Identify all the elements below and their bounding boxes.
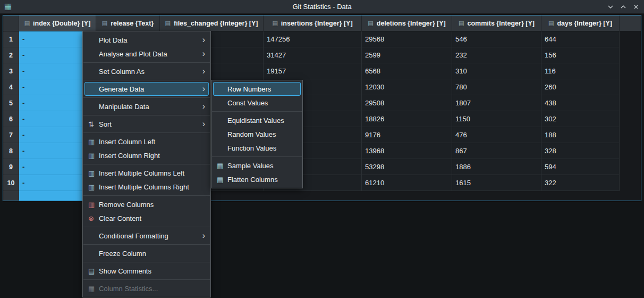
flatten-columns-icon: ▤ — [217, 176, 227, 183]
menu-item-show-comments[interactable]: ▤Show Comments — [84, 264, 209, 278]
cell-days-row4[interactable]: 260 — [541, 79, 620, 95]
menu-item-freeze-column[interactable]: Freeze Column — [84, 246, 209, 260]
menu-item-insert-multiple-columns-left[interactable]: ▥Insert Multiple Columns Left — [84, 166, 209, 180]
cell-insertions-row3[interactable]: 19157 — [264, 63, 362, 79]
row-header-7[interactable]: 7 — [3, 127, 19, 143]
menu-item-analyse-and-plot-data[interactable]: Analyse and Plot Data› — [84, 47, 209, 61]
menu-item-random-values[interactable]: Random Values — [213, 127, 301, 141]
cell-deletions-row9[interactable]: 53298 — [362, 159, 452, 175]
column-header-index[interactable]: ▤index {Double} [Y] — [19, 15, 96, 31]
menu-item-label: Sample Values — [227, 162, 297, 170]
menu-item-insert-column-right[interactable]: ▥Insert Column Right — [84, 148, 209, 162]
app-icon: ▦ — [4, 3, 12, 11]
row-header-2[interactable]: 2 — [3, 47, 19, 63]
column-header-insertions[interactable]: ▤insertions {Integer} [Y] — [264, 15, 362, 31]
menu-item-generate-data[interactable]: Generate Data› — [84, 82, 209, 96]
show-comments-icon: ▤ — [88, 268, 99, 275]
menu-item-label: Conditional Formatting — [99, 232, 198, 240]
cell-days-row9[interactable]: 594 — [541, 159, 620, 175]
menu-item-insert-multiple-columns-right[interactable]: ▥Insert Multiple Columns Right — [84, 180, 209, 194]
row-header-5[interactable]: 5 — [3, 95, 19, 111]
menu-separator — [83, 279, 210, 280]
row-header-6[interactable]: 6 — [3, 111, 19, 127]
menu-item-sample-values[interactable]: ▦Sample Values — [213, 159, 301, 172]
menu-item-insert-column-left[interactable]: ▥Insert Column Left — [84, 135, 209, 148]
viewport-filler — [620, 79, 641, 95]
submenu-arrow-icon: › — [202, 67, 205, 76]
row-header-3[interactable]: 3 — [3, 63, 19, 79]
row-header-10[interactable]: 10 — [3, 175, 19, 191]
cell-commits-row5[interactable]: 1807 — [452, 95, 541, 111]
menu-item-clear-content[interactable]: ⊗Clear Content — [84, 211, 209, 225]
cell-insertions-row2[interactable]: 31427 — [264, 47, 362, 63]
cell-deletions-row8[interactable]: 13968 — [362, 143, 452, 159]
viewport-filler — [620, 175, 641, 191]
sort-icon: ⇅ — [88, 121, 99, 128]
cell-days-row7[interactable]: 188 — [541, 127, 620, 143]
cell-days-row6[interactable]: 302 — [541, 111, 620, 127]
column-header-days[interactable]: ▤days {Integer} [Y] — [541, 15, 620, 31]
cell-commits-row4[interactable]: 780 — [452, 79, 541, 95]
menu-item-label: Set Column As — [99, 68, 198, 76]
cell-days-row5[interactable]: 438 — [541, 95, 620, 111]
menu-item-flatten-columns[interactable]: ▤Flatten Columns — [213, 172, 301, 186]
cell-deletions-row7[interactable]: 9176 — [362, 127, 452, 143]
column-header-commits[interactable]: ▤commits {Integer} [Y] — [452, 15, 541, 31]
cell-commits-row1[interactable]: 546 — [452, 31, 541, 47]
menu-item-remove-columns[interactable]: ▥Remove Columns — [84, 197, 209, 211]
column-header-files_changed[interactable]: ▤files_changed {Integer} [Y] — [160, 15, 264, 31]
menu-item-manipulate-data[interactable]: Manipulate Data› — [84, 100, 209, 113]
viewport-filler — [620, 111, 641, 127]
minimize-button[interactable] — [606, 3, 614, 11]
cell-deletions-row10[interactable]: 61210 — [362, 175, 452, 191]
cell-days-row1[interactable]: 644 — [541, 31, 620, 47]
column-header-label: commits {Integer} [Y] — [467, 20, 534, 27]
column-header-release[interactable]: ▤release {Text} — [96, 15, 160, 31]
submenu-arrow-icon: › — [202, 231, 205, 240]
window-controls — [606, 0, 640, 14]
clear-content-icon: ⊗ — [88, 215, 99, 222]
generate-data-submenu: Row NumbersConst ValuesEquidistant Value… — [211, 80, 303, 188]
column-header-label: release {Text} — [111, 20, 154, 27]
insert-multiple-columns-left-icon: ▥ — [88, 170, 99, 177]
cell-commits-row7[interactable]: 476 — [452, 127, 541, 143]
select-all-corner-button[interactable] — [3, 15, 19, 31]
row-header-9[interactable]: 9 — [3, 159, 19, 175]
cell-commits-row10[interactable]: 1615 — [452, 175, 541, 191]
cell-commits-row3[interactable]: 310 — [452, 63, 541, 79]
cell-days-row3[interactable]: 116 — [541, 63, 620, 79]
cell-commits-row9[interactable]: 1886 — [452, 159, 541, 175]
cell-days-row10[interactable]: 322 — [541, 175, 620, 191]
close-button[interactable] — [632, 3, 640, 11]
titlebar: ▦ Git Statistics - Data — [0, 0, 644, 14]
menu-item-conditional-formatting[interactable]: Conditional Formatting› — [84, 229, 209, 243]
cell-deletions-row2[interactable]: 2599 — [362, 47, 452, 63]
cell-insertions-row1[interactable]: 147256 — [264, 31, 362, 47]
menu-item-set-column-as[interactable]: Set Column As› — [84, 64, 209, 78]
cell-commits-row2[interactable]: 232 — [452, 47, 541, 63]
cell-commits-row6[interactable]: 1150 — [452, 111, 541, 127]
menu-item-label: Freeze Column — [99, 250, 205, 258]
menu-item-const-values[interactable]: Const Values — [213, 96, 301, 110]
row-header-4[interactable]: 4 — [3, 79, 19, 95]
cell-commits-row8[interactable]: 867 — [452, 143, 541, 159]
menu-item-function-values[interactable]: Function Values — [213, 141, 301, 155]
cell-deletions-row1[interactable]: 29568 — [362, 31, 452, 47]
cell-days-row8[interactable]: 328 — [541, 143, 620, 159]
menu-item-row-numbers[interactable]: Row Numbers — [213, 82, 301, 96]
menu-item-label: Generate Data — [99, 85, 198, 93]
cell-deletions-row5[interactable]: 29508 — [362, 95, 452, 111]
cell-days-row2[interactable]: 156 — [541, 47, 620, 63]
menu-item-sort[interactable]: ⇅Sort› — [84, 117, 209, 131]
menu-item-equidistant-values[interactable]: Equidistant Values — [213, 113, 301, 127]
row-header-1[interactable]: 1 — [3, 31, 19, 47]
row-header-8[interactable]: 8 — [3, 143, 19, 159]
maximize-button[interactable] — [619, 3, 627, 11]
cell-deletions-row6[interactable]: 18826 — [362, 111, 452, 127]
viewport-filler — [620, 47, 641, 63]
menu-separator — [83, 115, 210, 115]
column-header-deletions[interactable]: ▤deletions {Integer} [Y] — [362, 15, 452, 31]
cell-deletions-row3[interactable]: 6568 — [362, 63, 452, 79]
cell-deletions-row4[interactable]: 12030 — [362, 79, 452, 95]
menu-item-plot-data[interactable]: Plot Data› — [84, 33, 209, 47]
